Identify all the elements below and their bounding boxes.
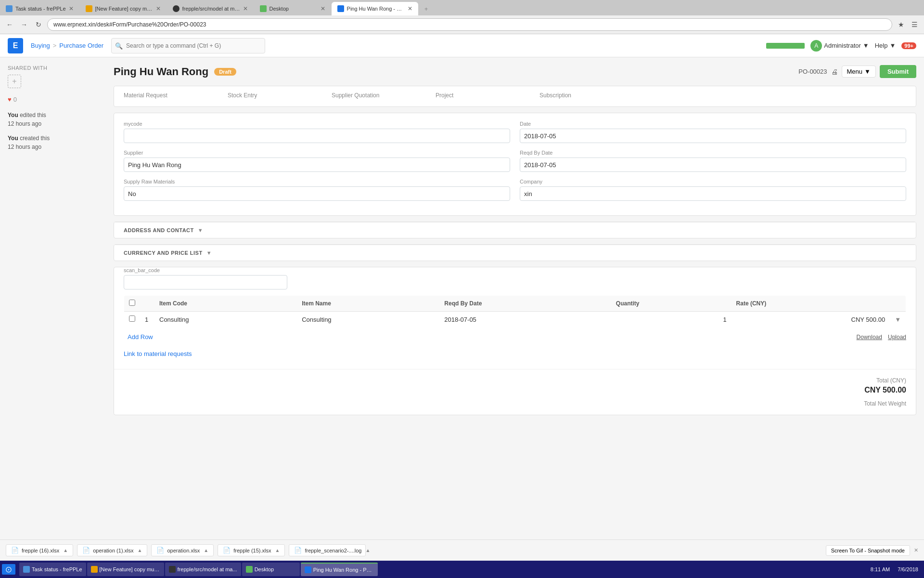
breadcrumb: Buying > Purchase Order xyxy=(31,42,103,49)
fields-card: mycode Date Supplier Reqd By Date xyxy=(114,113,916,216)
address-bar[interactable] xyxy=(47,18,892,31)
tab-close-3[interactable]: ✕ xyxy=(243,5,248,12)
date-input[interactable] xyxy=(520,129,906,143)
browser-tab-3[interactable]: frepple/src/model at mas... ✕ xyxy=(167,2,254,15)
row-checkbox[interactable] xyxy=(129,315,135,322)
link-group-material-request: Material Request xyxy=(124,92,220,101)
download-item-4[interactable]: 📄 frepple (15).xlsx ▲ xyxy=(218,544,285,556)
taskbar-start-button[interactable]: ⨀ xyxy=(2,564,15,574)
browser-chrome: Task status - frePPLe ✕ [New Feature] co… xyxy=(0,0,924,34)
tab-favicon-1 xyxy=(6,5,13,12)
browser-tab-2[interactable]: [New Feature] copy mult... ✕ xyxy=(80,2,167,15)
extensions-button[interactable]: ☰ xyxy=(909,19,920,30)
page-title: Ping Hu Wan Rong xyxy=(114,66,208,78)
tab-close-1[interactable]: ✕ xyxy=(69,5,74,12)
table-row: 1 Consulting Consulting 2018-07-05 1 CNY… xyxy=(124,312,906,328)
taskbar-item-3[interactable]: frepple/src/model at ma... xyxy=(165,563,241,574)
new-tab-button[interactable]: + xyxy=(420,2,433,15)
select-all-checkbox[interactable] xyxy=(129,300,135,306)
form-section: mycode Date Supplier Reqd By Date xyxy=(114,113,916,215)
taskbar-item-1[interactable]: Task status - frePPLe xyxy=(19,563,86,574)
link-material-requests[interactable]: Link to material requests xyxy=(124,346,192,361)
taskbar-label-1: Task status - frePPLe xyxy=(32,566,82,572)
breadcrumb-purchase-order[interactable]: Purchase Order xyxy=(59,42,103,49)
search-input[interactable] xyxy=(111,38,265,53)
total-cny-label: Total (CNY) xyxy=(124,377,906,384)
back-button[interactable]: ← xyxy=(4,19,15,30)
address-contact-label: ADDRESS AND CONTACT xyxy=(124,227,194,233)
admin-dropdown[interactable]: A Administrator ▼ xyxy=(810,40,869,52)
supplier-input[interactable] xyxy=(124,158,510,172)
supply-raw-materials-input[interactable] xyxy=(124,186,510,201)
help-dropdown[interactable]: Help ▼ xyxy=(875,42,896,49)
breadcrumb-buying[interactable]: Buying xyxy=(31,42,50,49)
forward-button[interactable]: → xyxy=(18,19,30,30)
download-item-5[interactable]: 📄 frepple_scenario2-....log ▲ xyxy=(289,544,366,556)
add-row-button[interactable]: Add Row xyxy=(124,331,157,342)
link-group-subscription: Subscription xyxy=(539,92,636,101)
row-dropdown-icon[interactable]: ▼ xyxy=(895,316,901,323)
row-rate-cell: CNY 500.00 xyxy=(732,312,890,328)
browser-tab-5[interactable]: Ping Hu Wan Rong - PC... ✕ xyxy=(332,2,418,15)
download-label-4: frepple (15).xlsx xyxy=(233,548,271,553)
tab-close-2[interactable]: ✕ xyxy=(156,5,161,12)
taskbar-right: 8:11 AM 7/6/2018 xyxy=(867,566,922,572)
bookmark-button[interactable]: ★ xyxy=(895,19,907,30)
heart-icon[interactable]: ♥ xyxy=(8,96,12,103)
items-card: scan_bar_code Item Code Item Name Reqd B… xyxy=(114,267,916,415)
upload-button[interactable]: Upload xyxy=(888,334,906,341)
mycode-input[interactable] xyxy=(124,129,510,143)
sidebar: SHARED WITH + ♥ 0 You edited this 12 hou… xyxy=(0,57,106,574)
download-item-1[interactable]: 📄 frepple (16).xlsx ▲ xyxy=(6,544,73,556)
download-chevron-icon-1: ▲ xyxy=(63,548,68,553)
reqd-by-date-input[interactable] xyxy=(520,158,906,172)
like-count: 0 xyxy=(13,96,17,103)
download-button[interactable]: Download xyxy=(857,334,882,341)
taskbar-item-5[interactable]: Ping Hu Wan Rong - PC... xyxy=(301,563,378,574)
taskbar-label-3: frepple/src/model at ma... xyxy=(178,566,237,572)
screen-gif-button[interactable]: Screen To Gif - Snapshot mode xyxy=(826,545,910,556)
taskbar-date: 7/6/2018 xyxy=(898,566,918,572)
supplier-quotation-label: Supplier Quotation xyxy=(332,92,428,99)
browser-tab-4[interactable]: Desktop ✕ xyxy=(254,2,331,15)
row-item-code-cell: Consulting xyxy=(154,312,297,328)
taskbar-label-5: Ping Hu Wan Rong - PC... xyxy=(313,567,374,573)
tab-close-4[interactable]: ✕ xyxy=(321,5,325,12)
taskbar-item-2[interactable]: [New Feature] copy mult... xyxy=(87,563,164,574)
submit-button[interactable]: Submit xyxy=(880,65,916,78)
scan-bar-code-input[interactable] xyxy=(124,275,287,289)
admin-label: Administrator xyxy=(824,42,861,49)
table-footer: Add Row Download Upload xyxy=(124,328,906,346)
browser-tab-1[interactable]: Task status - frePPLe ✕ xyxy=(0,2,79,15)
menu-button[interactable]: Menu ▼ xyxy=(842,66,876,78)
timeline-time-1: 12 hours ago xyxy=(8,120,41,127)
table-actions: Download Upload xyxy=(857,334,906,341)
print-icon[interactable]: 🖨 xyxy=(831,68,838,76)
project-label: Project xyxy=(436,92,532,99)
address-contact-chevron-icon: ▼ xyxy=(198,227,203,233)
table-header-row: Item Code Item Name Reqd By Date Quantit… xyxy=(124,296,906,312)
download-bar: 📄 frepple (16).xlsx ▲ 📄 operation (1).xl… xyxy=(0,539,924,561)
add-share-button[interactable]: + xyxy=(8,75,21,88)
download-item-3[interactable]: 📄 operation.xlsx ▲ xyxy=(151,544,214,556)
nav-actions: ★ ☰ xyxy=(895,19,920,30)
notification-badge[interactable]: 99+ xyxy=(901,42,916,49)
download-item-2[interactable]: 📄 operation (1).xlsx ▲ xyxy=(77,544,147,556)
tab-close-5[interactable]: ✕ xyxy=(408,5,412,12)
address-contact-section-header[interactable]: ADDRESS AND CONTACT ▼ xyxy=(114,222,916,238)
log-icon-5: 📄 xyxy=(294,547,302,554)
help-chevron-icon: ▼ xyxy=(889,42,896,49)
reload-button[interactable]: ↻ xyxy=(33,19,44,30)
taskbar-item-4[interactable]: Desktop xyxy=(242,563,300,574)
col-header-reqd-by-date: Reqd By Date xyxy=(439,296,611,312)
company-input[interactable] xyxy=(520,186,906,201)
col-header-check xyxy=(124,296,141,312)
reqd-by-date-label: Reqd By Date xyxy=(520,150,906,156)
close-download-bar-icon[interactable]: ✕ xyxy=(914,547,918,553)
items-table: Item Code Item Name Reqd By Date Quantit… xyxy=(124,295,906,328)
supply-raw-materials-group: Supply Raw Materials xyxy=(124,179,510,201)
currency-price-list-card: CURRENCY AND PRICE LIST ▼ xyxy=(114,244,916,261)
currency-price-list-section-header[interactable]: CURRENCY AND PRICE LIST ▼ xyxy=(114,245,916,261)
admin-chevron-icon: ▼ xyxy=(863,42,869,49)
col-header-actions xyxy=(890,296,906,312)
